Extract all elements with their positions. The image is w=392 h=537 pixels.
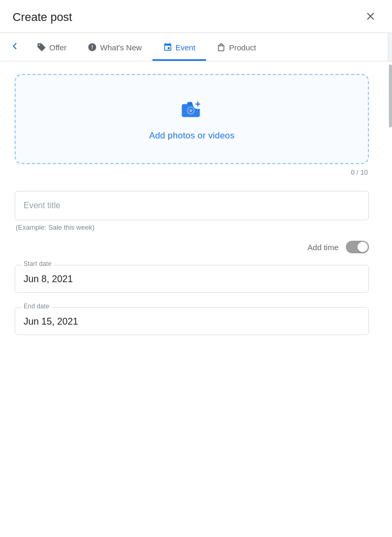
start-date-field[interactable]: Start date Jun 8, 2021 bbox=[15, 265, 369, 293]
tab-product[interactable]: Product bbox=[206, 33, 267, 61]
svg-point-3 bbox=[189, 109, 192, 112]
tab-offer[interactable]: Offer bbox=[26, 33, 77, 61]
modal-title: Create post bbox=[13, 10, 72, 24]
calendar-icon bbox=[163, 42, 172, 52]
upload-area[interactable]: Add photos or videos bbox=[15, 74, 369, 164]
start-date-value: Jun 8, 2021 bbox=[24, 274, 360, 285]
start-date-label: Start date bbox=[21, 260, 53, 267]
tab-whats-new-label: What's New bbox=[100, 43, 142, 52]
scrollbar-track[interactable] bbox=[388, 33, 392, 61]
end-date-field[interactable]: End date Jun 15, 2021 bbox=[15, 307, 369, 335]
camera-add-icon bbox=[180, 97, 204, 123]
photo-counter: 0 / 10 bbox=[15, 168, 369, 176]
add-time-label: Add time bbox=[308, 243, 339, 252]
event-title-field: (Example: Sale this week) bbox=[15, 191, 369, 231]
tab-event-label: Event bbox=[176, 43, 195, 52]
upload-label: Add photos or videos bbox=[149, 131, 234, 141]
tab-offer-label: Offer bbox=[49, 43, 67, 52]
svg-rect-4 bbox=[187, 102, 192, 105]
svg-rect-7 bbox=[197, 102, 198, 107]
create-post-modal: Create post Offer What's bbox=[0, 0, 392, 537]
toggle-knob bbox=[357, 242, 368, 252]
tabs-list: Offer What's New Event bbox=[26, 33, 387, 61]
alert-icon bbox=[88, 42, 97, 52]
bag-icon bbox=[216, 42, 226, 52]
end-date-value: Jun 15, 2021 bbox=[24, 316, 360, 327]
tabs-nav: Offer What's New Event bbox=[0, 33, 392, 61]
end-date-label: End date bbox=[21, 303, 51, 310]
tab-event[interactable]: Event bbox=[153, 33, 206, 61]
tab-whats-new[interactable]: What's New bbox=[77, 33, 153, 61]
add-time-row: Add time bbox=[15, 241, 369, 253]
add-time-toggle[interactable] bbox=[346, 241, 369, 253]
tabs-back-button[interactable] bbox=[5, 41, 24, 53]
scrollbar-thumb bbox=[389, 65, 392, 127]
close-button[interactable] bbox=[362, 9, 379, 25]
tag-icon bbox=[37, 42, 46, 52]
event-title-hint: (Example: Sale this week) bbox=[15, 223, 369, 231]
tab-product-label: Product bbox=[229, 43, 256, 52]
modal-body: Add photos or videos 0 / 10 (Example: Sa… bbox=[0, 61, 392, 362]
event-title-input[interactable] bbox=[15, 191, 369, 220]
modal-header: Create post bbox=[0, 0, 392, 33]
